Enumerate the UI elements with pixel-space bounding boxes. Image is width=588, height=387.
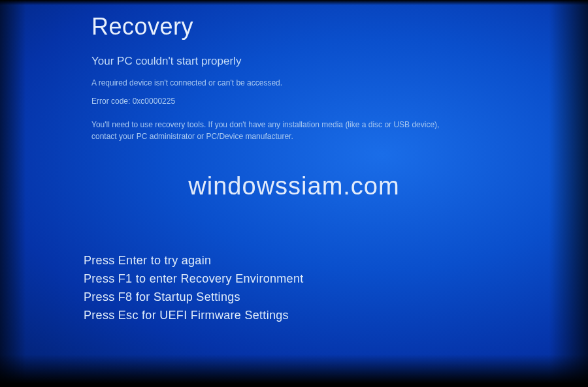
option-esc[interactable]: Press Esc for UEFI Firmware Settings	[84, 307, 304, 325]
watermark-text: windowssiam.com	[188, 172, 399, 200]
page-title: Recovery	[91, 13, 503, 40]
error-subtitle: Your PC couldn't start properly	[91, 55, 503, 68]
error-code: Error code: 0xc0000225	[91, 97, 503, 106]
vignette-top	[0, 0, 588, 5]
error-message: A required device isn't connected or can…	[91, 78, 503, 87]
vignette-bottom	[0, 354, 588, 387]
keyboard-options: Press Enter to try again Press F1 to ent…	[84, 252, 304, 325]
vignette-right	[549, 0, 588, 387]
option-f1[interactable]: Press F1 to enter Recovery Environment	[84, 270, 304, 288]
recovery-content: Recovery Your PC couldn't start properly…	[0, 0, 588, 142]
vignette-left	[0, 0, 26, 387]
option-f8[interactable]: Press F8 for Startup Settings	[84, 288, 304, 307]
option-enter[interactable]: Press Enter to try again	[84, 252, 304, 270]
recovery-instructions: You'll need to use recovery tools. If yo…	[91, 119, 457, 142]
